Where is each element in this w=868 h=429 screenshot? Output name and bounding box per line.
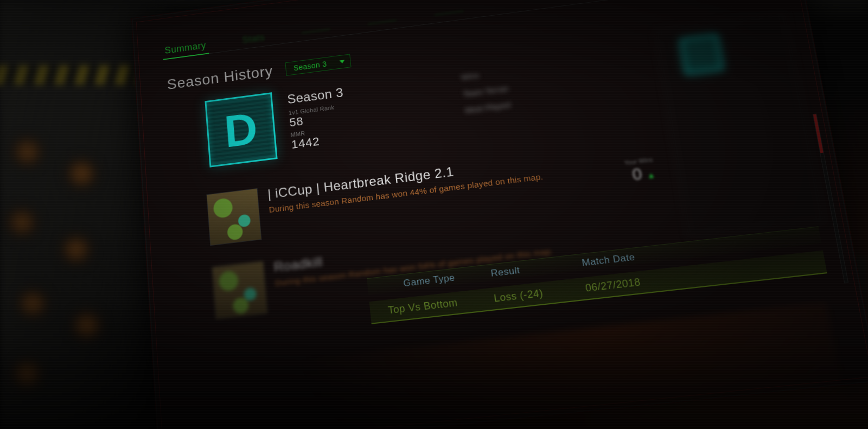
trend-up-icon: ▲ [647, 170, 656, 180]
tab-stats[interactable]: Stats [242, 32, 266, 49]
map-your-wins: Your Wins 0 ▲ [624, 156, 656, 185]
tab-blur-4[interactable]: ——— [433, 5, 465, 23]
tab-summary[interactable]: Summary [164, 40, 207, 59]
map-thumbnail [212, 261, 267, 319]
frame-bolt-cluster [0, 125, 130, 428]
map-thumbnail [206, 188, 261, 246]
side-stat-column: Wins Team Terran Most Played [460, 63, 512, 119]
section-title: Season History [167, 63, 274, 93]
season-dropdown[interactable]: Season 3 [285, 54, 351, 75]
tab-blur-2[interactable]: ——— [301, 23, 331, 41]
screen-panel: Summary Stats ——— ——— ——— Season History… [131, 0, 868, 429]
rank-letter-tile: D [205, 92, 277, 168]
scrollbar-thumb[interactable] [813, 114, 824, 153]
season-dropdown-label: Season 3 [293, 60, 327, 72]
side-panel-blur [655, 13, 824, 236]
map-your-wins-value: 0 [631, 164, 643, 184]
match-result: Loss (-24) [493, 282, 586, 304]
tab-blur-3[interactable]: ——— [367, 14, 398, 32]
rank-block: D Season 3 1v1 Global Rank 58 MMR 1442 [205, 83, 349, 168]
